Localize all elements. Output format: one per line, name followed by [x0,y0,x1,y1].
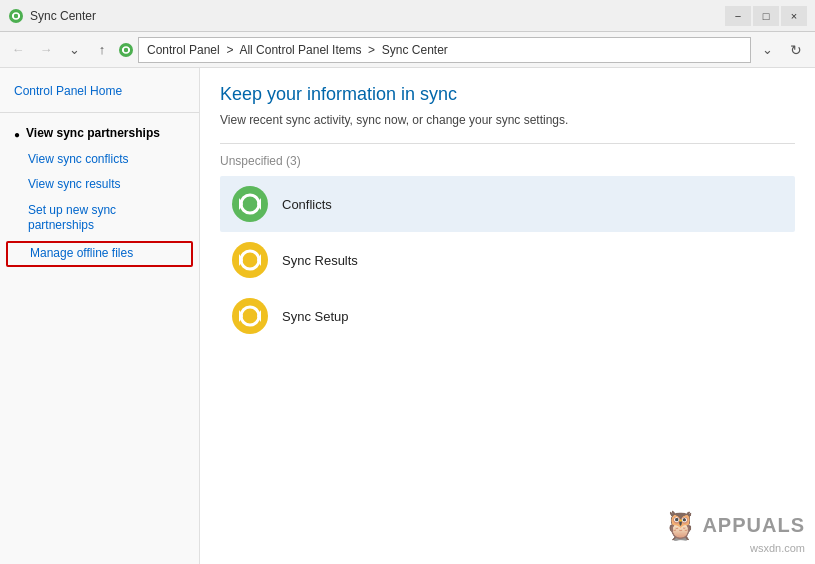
watermark-site: wsxdn.com [663,542,805,554]
svg-point-3 [119,43,133,57]
title-bar-title: Sync Center [30,9,96,23]
conflicts-sync-icon [230,184,270,224]
title-bar-controls: − □ × [725,6,807,26]
back-button[interactable]: ← [6,38,30,62]
sidebar-label-view-sync-partnerships: View sync partnerships [26,126,160,142]
close-button[interactable]: × [781,6,807,26]
title-bar-left: Sync Center [8,8,96,24]
active-bullet: ● [14,128,20,141]
sidebar-item-view-sync-results[interactable]: View sync results [0,172,199,198]
appuals-brand: APPUALS [702,514,805,537]
sidebar-item-view-sync-conflicts[interactable]: View sync conflicts [0,147,199,173]
sidebar-item-set-up-new-sync-partnerships[interactable]: Set up new sync partnerships [0,198,199,239]
main-container: Control Panel Home ● View sync partnersh… [0,68,815,564]
svg-point-6 [232,186,268,222]
sidebar-label-view-sync-conflicts: View sync conflicts [28,152,128,168]
sync-setup-label: Sync Setup [282,309,349,324]
content-pane: Keep your information in sync View recen… [200,68,815,564]
title-bar: Sync Center − □ × [0,0,815,32]
sync-item-conflicts[interactable]: Conflicts [220,176,795,232]
sidebar-divider [0,112,199,113]
sync-setup-icon [230,296,270,336]
svg-point-9 [232,242,268,278]
watermark: 🦉 APPUALS wsxdn.com [663,509,805,554]
sidebar-label-manage-offline-files: Manage offline files [30,246,133,262]
conflicts-label: Conflicts [282,197,332,212]
sidebar-home-link[interactable]: Control Panel Home [0,80,199,108]
up-button[interactable]: ↑ [90,38,114,62]
sidebar-label-view-sync-results: View sync results [28,177,120,193]
sync-item-sync-setup[interactable]: Sync Setup [220,288,795,344]
section-divider [220,143,795,144]
minimize-button[interactable]: − [725,6,751,26]
svg-point-12 [232,298,268,334]
address-bar: ← → ⌄ ↑ ⌄ ↻ [0,32,815,68]
section-label: Unspecified (3) [220,154,795,168]
address-sync-icon [118,42,134,58]
sync-results-label: Sync Results [282,253,358,268]
appuals-logo: 🦉 APPUALS [663,509,805,542]
maximize-button[interactable]: □ [753,6,779,26]
sync-center-icon [8,8,24,24]
dropdown-button[interactable]: ⌄ [62,38,86,62]
content-title: Keep your information in sync [220,84,795,105]
forward-button[interactable]: → [34,38,58,62]
sync-item-sync-results[interactable]: Sync Results [220,232,795,288]
appuals-owl-icon: 🦉 [663,509,698,542]
refresh-button[interactable]: ↻ [783,37,809,63]
sync-results-icon [230,240,270,280]
address-input[interactable] [138,37,751,63]
content-subtitle: View recent sync activity, sync now, or … [220,113,795,127]
svg-point-0 [9,9,23,23]
address-dropdown-button[interactable]: ⌄ [755,38,779,62]
sidebar-item-view-sync-partnerships[interactable]: ● View sync partnerships [0,121,199,147]
sync-list: Conflicts Sync Results [220,176,795,344]
sidebar: Control Panel Home ● View sync partnersh… [0,68,200,564]
sidebar-label-set-up-new: Set up new sync partnerships [28,203,185,234]
sidebar-item-manage-offline-files[interactable]: Manage offline files [6,241,193,267]
